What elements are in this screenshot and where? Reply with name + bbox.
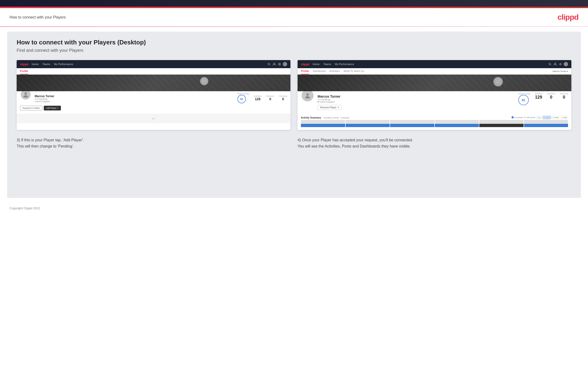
mock-nav-right-icons xyxy=(548,62,568,66)
player-name-left: Marcus Turner xyxy=(35,94,234,98)
tab-what-to-work-on-right[interactable]: What To Work On xyxy=(344,70,364,74)
screenshot-left: clippd Home Teams My Performance xyxy=(17,60,290,130)
followers-stat-right: Followers 0 xyxy=(547,93,555,100)
description-right: 4) Once your Player has accepted your re… xyxy=(298,137,571,149)
user-icon-left[interactable] xyxy=(272,62,276,66)
mock-logo-left: clippd xyxy=(20,62,28,66)
activity-title-right: Activity Summary xyxy=(301,117,321,119)
header-divider xyxy=(0,27,588,27)
player-handicap-right: 1-5 Handicap xyxy=(318,98,515,101)
svg-point-3 xyxy=(279,64,280,65)
quality-circle-right: 92 xyxy=(518,95,529,105)
tab-profile-right[interactable]: Profile xyxy=(301,70,309,74)
nav-link-performance-left[interactable]: My Performance xyxy=(54,63,73,66)
scroll-hint-left: ✂ xyxy=(17,114,290,123)
player-info-left: Marcus Turner 1-5 Handicap United Kingdo… xyxy=(35,94,234,103)
nav-link-home-left[interactable]: Home xyxy=(32,63,39,66)
request-follow-button[interactable]: Request to Follow xyxy=(20,106,42,110)
mock-logo-right: clippd xyxy=(301,62,309,66)
description-text-right: 4) Once your Player has accepted your re… xyxy=(298,137,571,149)
settings-icon-right[interactable] xyxy=(559,62,562,66)
tab-profile-left[interactable]: Profile xyxy=(20,70,28,74)
banner-circle-left xyxy=(200,77,208,85)
mock-tabs-left: Profile xyxy=(17,68,290,75)
nav-link-teams-right[interactable]: Teams xyxy=(323,63,331,66)
activities-stat-left: Activities 129 xyxy=(254,95,261,101)
nav-link-home-right[interactable]: Home xyxy=(312,63,320,66)
top-bar xyxy=(0,0,588,7)
settings-icon-left[interactable] xyxy=(277,62,281,66)
time-1yr-button[interactable]: 1 yr xyxy=(536,116,542,119)
activities-stat-right: Activities 129 xyxy=(535,93,542,100)
mock-profile-right: Marcus Turner 1-5 Handicap United Kingdo… xyxy=(298,91,571,113)
banner-texture-right xyxy=(298,75,571,91)
nav-link-teams-left[interactable]: Teams xyxy=(43,63,50,66)
on-course-dot xyxy=(512,117,514,118)
activity-controls-right: On course Off course 1 yr 6 mths 3 mths … xyxy=(512,116,568,119)
svg-point-8 xyxy=(560,64,561,65)
description-left: 3) If this is your Player tap, 'Add Play… xyxy=(17,137,290,149)
section-subtitle: Find and connect with your Players xyxy=(17,48,571,53)
main-content: How to connect with your Players (Deskto… xyxy=(7,32,581,198)
add-player-button[interactable]: Add Player + xyxy=(44,106,61,110)
activity-subtitle-right: Monthly Activity · 6 Months xyxy=(324,117,349,119)
mock-nav-left: clippd Home Teams My Performance xyxy=(17,60,290,68)
svg-point-4 xyxy=(25,92,27,95)
mock-buttons-left: Request to Follow Add Player + xyxy=(20,106,287,110)
copyright-text: Copyright Clippd 2022 xyxy=(9,206,40,210)
banner-circle-right xyxy=(493,77,503,86)
svg-line-1 xyxy=(269,65,270,65)
mock-tabs-right: Profile Dashboard Activities What To Wor… xyxy=(298,68,571,75)
tab-dashboard-right[interactable]: Dashboard xyxy=(313,70,326,74)
search-icon-left[interactable] xyxy=(267,62,271,66)
time-3mths-button[interactable]: 3 mths xyxy=(552,116,560,119)
scissors-icon: ✂ xyxy=(152,117,155,121)
svg-point-7 xyxy=(554,63,556,64)
activity-chart-right xyxy=(301,121,568,128)
user-icon-right[interactable] xyxy=(553,62,557,66)
quality-label-left: Player Quality xyxy=(237,93,249,95)
avatar-left[interactable] xyxy=(283,62,287,66)
search-icon-right[interactable] xyxy=(548,62,552,66)
svg-point-2 xyxy=(274,63,275,64)
section-title: How to connect with your Players (Deskto… xyxy=(17,39,571,46)
mock-nav-links-right: Home Teams My Performance xyxy=(312,63,354,66)
user-dropdown-right[interactable]: Marcus Turner ▾ xyxy=(553,70,568,74)
legend-off-course: Off course xyxy=(524,117,536,118)
page-footer: Copyright Clippd 2022 xyxy=(0,203,588,214)
following-stat-left: Following 0 xyxy=(279,95,287,101)
activity-header-right: Activity Summary Monthly Activity · 6 Mo… xyxy=(301,115,568,119)
avatar-row-right: Marcus Turner 1-5 Handicap United Kingdo… xyxy=(301,89,568,110)
description-text-left: 3) If this is your Player tap, 'Add Play… xyxy=(17,137,290,149)
page-header: How to connect with your Players clippd xyxy=(0,8,588,27)
off-course-dot xyxy=(524,117,526,118)
svg-point-9 xyxy=(306,93,309,96)
stats-row-right: Player Quality 92 Activities 129 Followe… xyxy=(518,93,568,105)
remove-player-button[interactable]: Remove Player ✕ xyxy=(318,105,342,110)
player-handicap-left: 1-5 Handicap xyxy=(35,98,234,100)
tab-activities-right[interactable]: Activities xyxy=(329,70,340,74)
mock-nav-right-wrapper: clippd Home Teams My Performance xyxy=(298,60,571,68)
player-location-right: United Kingdom xyxy=(318,101,515,103)
time-1mth-button[interactable]: 1 mth xyxy=(561,116,568,119)
time-6mths-button[interactable]: 6 mths xyxy=(543,116,551,119)
following-stat-right: Following 0 xyxy=(560,93,568,100)
player-location-left: United Kingdom xyxy=(35,100,234,103)
mock-nav-links-left: Home Teams My Performance xyxy=(32,63,73,66)
mock-profile-left: Marcus Turner 1-5 Handicap United Kingdo… xyxy=(17,91,290,114)
followers-stat-left: Followers 0 xyxy=(266,95,274,101)
brand-logo: clippd xyxy=(558,13,579,22)
page-title: How to connect with your Players xyxy=(9,15,66,19)
avatar-right[interactable] xyxy=(564,62,568,66)
mock-nav-right-left xyxy=(267,62,287,66)
banner-texture-left xyxy=(17,75,290,91)
mock-banner-left xyxy=(17,75,290,91)
legend-on-course: On course xyxy=(512,117,523,118)
svg-line-6 xyxy=(550,65,551,65)
quality-circle-left: 92 xyxy=(237,95,246,103)
nav-link-performance-right[interactable]: My Performance xyxy=(335,63,354,66)
player-name-right: Marcus Turner xyxy=(318,94,515,98)
mock-banner-right xyxy=(298,75,571,91)
stats-row-left: Player Quality 92 Activities 129 Followe… xyxy=(237,93,287,103)
descriptions-row: 3) If this is your Player tap, 'Add Play… xyxy=(17,137,571,149)
